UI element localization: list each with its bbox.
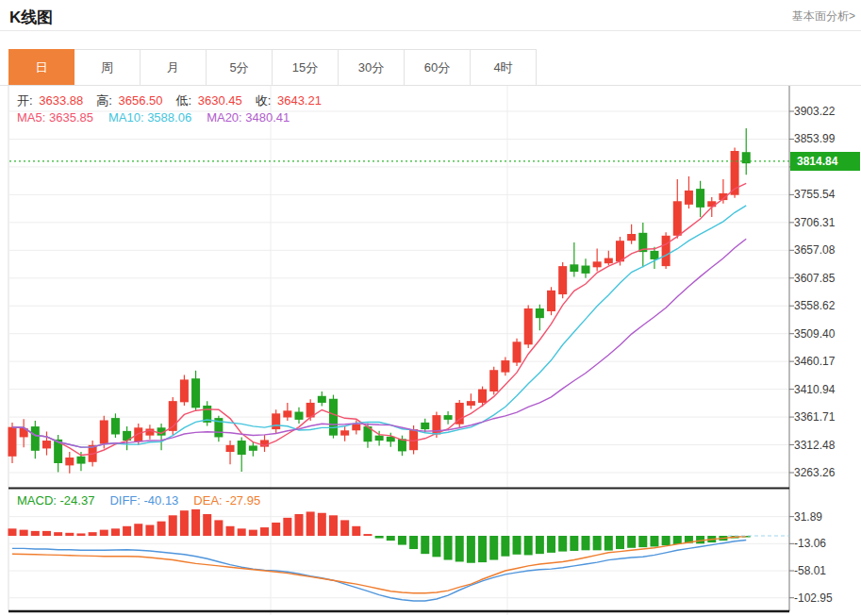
macd-bar [558,536,567,552]
macd-bar [673,536,682,544]
macd-bar [489,536,498,560]
macd-bar [478,536,487,562]
macd-bar [20,530,28,536]
macd-bar [593,536,602,550]
price-axis-label: 3558.62 [794,299,835,312]
price-axis-label: 3509.40 [794,327,835,341]
price-axis-label: 3312.48 [794,439,835,452]
candle [191,371,200,411]
candle [719,179,727,204]
macd-bar [169,515,177,536]
macd-bar [547,536,555,553]
candle [283,403,291,421]
macd-bar [455,536,464,561]
macd-bar [145,525,154,536]
readout-item: 开: 3633.88 [17,92,96,109]
candle [524,305,533,347]
candle [536,305,544,331]
candle [145,425,154,440]
readout-item: 低: 3630.45 [175,92,255,109]
macd-bar [536,536,544,554]
candle [444,411,453,425]
readout-item: MA10: 3588.06 [108,110,191,125]
macd-bar [272,523,280,536]
macd-bar [467,536,475,563]
candle [157,424,166,450]
macd-bar [375,536,384,539]
readout-item: 高: 3656.50 [96,92,175,109]
candle [180,375,189,406]
macd-bar [100,530,108,536]
macd-bar [432,536,440,557]
candle [662,232,671,269]
macd-bar [180,510,189,536]
macd-bar [260,527,269,536]
macd-bar [352,526,360,536]
macd-bar [616,536,624,549]
candle [570,242,578,277]
macd-bar [249,530,257,536]
candle [558,262,567,298]
macd-bar [340,520,349,536]
candle [42,431,51,455]
macd-bar [501,536,509,557]
macd-bar [89,532,97,536]
macd-bar [191,509,200,536]
macd-bar [524,536,533,555]
candle [455,400,464,427]
candle [604,251,613,266]
macd-bar [627,536,636,548]
candle [329,395,338,439]
ma5-line [12,183,746,455]
macd-bar [513,536,522,555]
candle [627,225,636,244]
macd-axis-label: -13.06 [794,537,826,550]
macd-bar [363,534,372,536]
price-axis-label: 3706.31 [794,216,835,229]
macd-bar [157,522,166,536]
readout-item: DIFF: -40.13 [109,493,178,508]
macd-axis-label: -102.95 [794,591,833,605]
ma10-line [12,206,746,447]
candle [238,437,246,472]
price-axis-label: 3410.94 [794,383,835,396]
candle [20,419,28,447]
price-axis-label: 3361.71 [794,410,835,424]
candle [547,287,555,315]
macd-readout: MACD: -24.37DIFF: -40.13DEA: -27.95 [17,493,275,508]
macd-bar [238,528,246,536]
macd-bar [203,514,211,536]
candle [467,393,475,408]
macd-bar [226,526,235,536]
candle [249,441,257,457]
candle [489,367,498,395]
candle [8,423,17,463]
ma-readout: MA5: 3635.85MA10: 3588.06MA20: 3480.41 [17,110,305,125]
candle [673,179,682,239]
candle [214,416,223,442]
macd-bar [409,536,418,549]
macd-bar [123,526,131,536]
candle [226,441,235,464]
candle [203,401,211,425]
candle [340,426,349,441]
candle [513,339,522,366]
macd-bar [329,515,338,536]
candle [582,258,590,277]
macd-bar [42,531,51,536]
candle [260,435,269,452]
macd-bar [638,536,647,547]
candle [318,391,326,407]
current-price-badge: 3814.84 [790,152,860,171]
macd-bar [604,536,613,551]
macd-axis-label: 31.89 [794,510,822,524]
candle [731,147,739,197]
macd-bar [444,536,453,560]
macd-bar [65,533,74,536]
macd-bar [306,511,315,536]
macd-bar [31,531,40,536]
macd-bar [318,513,326,536]
macd-bar [295,514,304,536]
macd-bar [76,533,85,536]
candle [169,397,177,435]
